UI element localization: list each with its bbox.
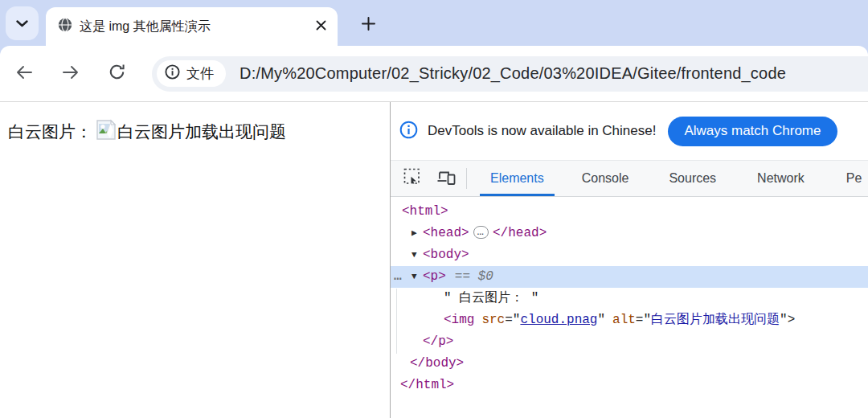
devtools-toolbar: Elements Console Sources Network Pe <box>391 160 868 197</box>
browser-toolbar: 文件 D:/My%20Computer/02_Stricky/02_Code/0… <box>0 46 868 102</box>
tab-network[interactable]: Network <box>743 161 818 196</box>
expand-arrow-icon[interactable]: ▶ <box>411 223 423 244</box>
tab-sources[interactable]: Sources <box>655 161 730 196</box>
new-tab-button[interactable] <box>354 10 383 39</box>
infobar-message: DevTools is now available in Chinese! <box>428 123 656 139</box>
content-area: 白云图片： 白云图片加载出现问题 DevTools i <box>0 102 868 418</box>
elements-tree: <html> ▶<head>…</head> ▼<body> …▼<p>== $… <box>391 197 868 418</box>
globe-favicon-icon <box>57 17 73 36</box>
indent-guide-line <box>396 289 397 354</box>
forward-arrow-icon <box>61 63 80 85</box>
browser-top-chrome: 这是 img 其他属性演示 <box>0 0 868 102</box>
src-link[interactable]: cloud.pnag <box>520 313 597 327</box>
site-info-chip[interactable]: 文件 <box>157 60 226 87</box>
page-viewport: 白云图片： 白云图片加载出现问题 <box>0 102 391 418</box>
site-chip-label: 文件 <box>186 64 214 83</box>
address-bar[interactable]: 文件 D:/My%20Computer/02_Stricky/02_Code/0… <box>152 56 868 92</box>
device-toolbar-icon <box>436 167 456 190</box>
collapse-arrow-icon[interactable]: ▼ <box>411 244 423 266</box>
tab-performance[interactable]: Pe <box>833 161 868 196</box>
devtools-panel: DevTools is now available in Chinese! Al… <box>391 102 868 418</box>
broken-image-icon <box>96 119 117 145</box>
info-circle-icon <box>399 121 418 142</box>
node-html-open[interactable]: <html> <box>391 201 868 223</box>
node-p-close[interactable]: </p> <box>391 331 868 353</box>
collapse-arrow-icon[interactable]: ▼ <box>411 266 423 288</box>
broken-image-alt-text: 白云图片加载出现问题 <box>117 121 286 143</box>
back-button[interactable] <box>6 56 42 92</box>
plus-icon <box>362 17 375 34</box>
node-menu-icon[interactable]: … <box>394 266 411 288</box>
always-match-chrome-button[interactable]: Always match Chrome <box>668 117 837 146</box>
tab-console[interactable]: Console <box>568 161 643 196</box>
node-body-open[interactable]: ▼<body> <box>391 244 868 266</box>
node-text[interactable]: " 白云图片： " <box>391 288 868 309</box>
tab-elements[interactable]: Elements <box>477 161 558 196</box>
browser-tab[interactable]: 这是 img 其他属性演示 <box>46 7 338 46</box>
url-text: D:/My%20Computer/02_Stricky/02_Code/03%2… <box>240 64 786 83</box>
forward-button[interactable] <box>53 56 88 92</box>
inspect-cursor-icon <box>403 168 422 190</box>
reload-button[interactable] <box>99 56 134 92</box>
tab-close-icon[interactable] <box>316 19 326 34</box>
node-head[interactable]: ▶<head>…</head> <box>391 223 868 244</box>
info-icon <box>165 64 180 83</box>
tab-title: 这是 img 其他属性演示 <box>80 18 309 35</box>
node-html-close[interactable]: </html> <box>391 375 868 396</box>
node-p-open-selected[interactable]: …▼<p>== $0 <box>391 266 868 288</box>
inspect-element-button[interactable] <box>399 165 426 192</box>
node-img[interactable]: <imgsrc="cloud.pnag"alt="白云图片加载出现问题"> <box>391 309 868 331</box>
toolbar-divider <box>466 168 467 189</box>
page-paragraph: 白云图片： 白云图片加载出现问题 <box>8 119 390 145</box>
device-toolbar-button[interactable] <box>432 165 460 192</box>
devtools-infobar: DevTools is now available in Chinese! Al… <box>391 102 868 160</box>
node-body-close[interactable]: </body> <box>391 353 868 375</box>
page-caption: 白云图片： <box>8 121 92 143</box>
reload-icon <box>108 63 126 84</box>
tab-search-button[interactable] <box>6 6 39 40</box>
chevron-down-icon <box>16 16 28 31</box>
collapsed-content-ellipsis[interactable]: … <box>473 226 489 239</box>
back-arrow-icon <box>14 63 34 85</box>
tab-strip: 这是 img 其他属性演示 <box>0 0 868 46</box>
dollar-zero-hint: == $0 <box>455 269 493 284</box>
